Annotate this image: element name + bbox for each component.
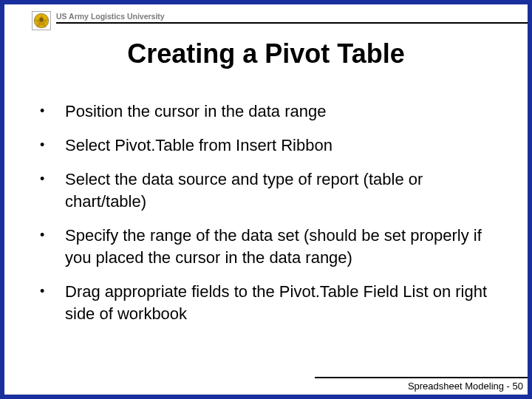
list-item: • Position the cursor in the data range	[40, 100, 495, 123]
bullet-list: • Position the cursor in the data range …	[40, 100, 495, 325]
bullet-dot-icon: •	[40, 100, 65, 121]
bullet-dot-icon: •	[40, 134, 65, 155]
slide: US Army Logistics University Creating a …	[0, 0, 532, 399]
svg-point-2	[39, 18, 44, 22]
list-item: • Drag appropriate fields to the Pivot.T…	[40, 281, 495, 325]
bullet-dot-icon: •	[40, 281, 65, 301]
bullet-text: Position the cursor in the data range	[65, 100, 326, 123]
slide-body: • Position the cursor in the data range …	[40, 100, 495, 337]
list-item: • Specify the range of the data set (sho…	[40, 225, 495, 269]
header-org-text: US Army Logistics University	[56, 12, 165, 21]
list-item: • Select Pivot.Table from Insert Ribbon	[40, 134, 495, 157]
bullet-dot-icon: •	[40, 225, 65, 245]
bullet-text: Drag appropriate fields to the Pivot.Tab…	[65, 281, 495, 325]
footer-divider	[315, 377, 528, 378]
slide-title: Creating a Pivot Table	[4, 38, 528, 69]
bullet-text: Select Pivot.Table from Insert Ribbon	[65, 134, 332, 157]
logo-icon	[31, 10, 52, 31]
header-divider	[56, 22, 528, 24]
bullet-dot-icon: •	[40, 168, 65, 189]
slide-footer: Spreadsheet Modeling - 50	[408, 381, 523, 392]
bullet-text: Specify the range of the data set (shoul…	[65, 225, 495, 269]
bullet-text: Select the data source and type of repor…	[65, 168, 495, 213]
list-item: • Select the data source and type of rep…	[40, 168, 495, 213]
